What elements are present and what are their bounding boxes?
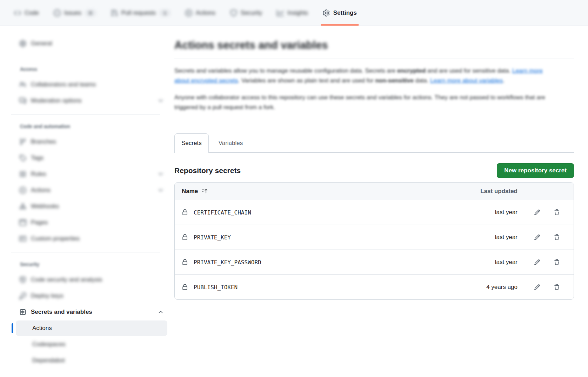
key-asterisk-icon <box>19 309 26 316</box>
webhook-icon <box>19 203 26 210</box>
settings-sidebar: General Access Collaborators and teams M… <box>11 26 167 374</box>
sidebar-subitem-label: Actions <box>32 325 52 332</box>
secret-last-updated: last year <box>458 259 517 266</box>
sidebar-item-label: Code security and analysis <box>31 276 102 283</box>
sidebar-subitem-label: Codespaces <box>32 341 66 348</box>
sidebar-item-label: Custom properties <box>31 235 80 242</box>
delete-secret-button[interactable] <box>550 206 563 219</box>
sidebar-subitem-dependabot[interactable]: Dependabot <box>16 353 167 368</box>
sidebar-section-code-and-automation: Code and automation <box>20 124 167 129</box>
gear-icon <box>19 40 26 47</box>
tab-secrets[interactable]: Secrets <box>174 133 209 153</box>
sort-ascending-icon <box>201 188 208 194</box>
column-header-name[interactable]: Name <box>182 188 458 195</box>
sidebar-divider <box>11 374 160 374</box>
secret-name: PRIVATE_KEY_PASSWORD <box>194 259 261 266</box>
title-divider <box>174 59 574 59</box>
sidebar-item-label: Pages <box>31 219 48 226</box>
sidebar-item-webhooks[interactable]: Webhooks <box>16 199 167 214</box>
table-row: PUBLISH_TOKEN 4 years ago <box>175 275 574 299</box>
sidebar-item-label: Deploy keys <box>31 292 64 299</box>
sidebar-item-label: Secrets and variables <box>31 309 92 316</box>
chevron-down-icon <box>158 187 164 193</box>
pencil-icon <box>534 209 540 216</box>
text-segment-bold: encrypted <box>397 67 426 74</box>
nav-tab-label: Security <box>241 9 262 16</box>
issues-count-badge: 8 <box>85 9 96 16</box>
lock-icon <box>182 234 188 241</box>
sidebar-section-security: Security <box>20 262 167 267</box>
nav-tab-insights[interactable]: Insights <box>271 0 314 26</box>
sidebar-item-code-security[interactable]: Code security and analysis <box>16 272 167 287</box>
sidebar-item-secrets-and-variables[interactable]: Secrets and variables <box>16 304 167 320</box>
sidebar-subitem-codespaces[interactable]: Codespaces <box>16 337 167 352</box>
pull-requests-count-badge: 1 <box>159 9 171 16</box>
graph-icon <box>277 9 284 16</box>
sidebar-subitem-label: Dependabot <box>32 357 65 364</box>
sidebar-item-pages[interactable]: Pages <box>16 215 167 230</box>
sidebar-item-custom-properties[interactable]: Custom properties <box>16 231 167 246</box>
text-segment: . <box>503 77 505 84</box>
sidebar-item-label: Collaborators and teams <box>31 81 96 88</box>
delete-secret-button[interactable] <box>550 256 563 269</box>
sidebar-item-general[interactable]: General <box>16 36 167 51</box>
sidebar-subitem-actions[interactable]: Actions <box>16 320 167 336</box>
sidebar-item-moderation-options[interactable]: Moderation options <box>16 93 167 108</box>
nav-tab-label: Issues <box>64 9 81 16</box>
chevron-down-icon <box>158 171 164 177</box>
table-row: PRIVATE_KEY last year <box>175 225 574 250</box>
nav-tab-code[interactable]: Code <box>8 0 45 26</box>
nav-tab-actions[interactable]: Actions <box>180 0 221 26</box>
repo-tab-bar: Code Issues 8 Pull requests 1 Actions Se… <box>0 0 588 26</box>
new-repository-secret-button[interactable]: New repository secret <box>497 163 574 178</box>
variables-link[interactable]: Learn more about variables <box>430 77 503 84</box>
table-header-row: Name Last updated <box>175 183 574 200</box>
browser-icon <box>19 219 26 226</box>
nav-tab-issues[interactable]: Issues 8 <box>48 0 102 26</box>
sidebar-divider <box>11 252 160 252</box>
sidebar-item-actions[interactable]: Actions <box>16 183 167 198</box>
edit-secret-button[interactable] <box>531 281 543 293</box>
trash-icon <box>554 234 560 240</box>
lock-icon <box>182 284 188 291</box>
trash-icon <box>554 209 560 216</box>
shield-icon <box>230 9 237 16</box>
nav-tab-security[interactable]: Security <box>225 0 268 26</box>
table-row: PRIVATE_KEY_PASSWORD last year <box>175 250 574 275</box>
tab-variables[interactable]: Variables <box>212 133 250 153</box>
git-branch-icon <box>19 138 26 145</box>
trash-icon <box>554 284 560 290</box>
settings-content: Actions secrets and variables Secrets an… <box>167 26 574 300</box>
sidebar-item-branches[interactable]: Branches <box>16 134 167 150</box>
edit-secret-button[interactable] <box>531 231 543 244</box>
nav-tab-pull-requests[interactable]: Pull requests 1 <box>105 0 176 26</box>
nav-tab-settings[interactable]: Settings <box>317 0 362 26</box>
edit-secret-button[interactable] <box>531 206 543 219</box>
table-row: CERTIFICATE_CHAIN last year <box>175 200 574 225</box>
trash-icon <box>554 259 560 265</box>
column-header-last-updated: Last updated <box>458 188 517 195</box>
code-icon <box>14 9 21 16</box>
nav-tab-label: Pull requests <box>121 9 156 16</box>
secret-last-updated: last year <box>458 209 517 216</box>
edit-secret-button[interactable] <box>531 256 543 269</box>
sidebar-item-tags[interactable]: Tags <box>16 150 167 166</box>
delete-secret-button[interactable] <box>550 231 563 244</box>
collaborator-note-paragraph: Anyone with collaborator access to this … <box>174 93 553 112</box>
pencil-icon <box>534 284 540 290</box>
tag-icon <box>19 154 26 161</box>
rules-icon <box>19 171 26 178</box>
repository-secrets-table: Name Last updated CERTIFICATE_CHAIN last… <box>174 182 574 300</box>
sidebar-item-label: Tags <box>31 154 44 161</box>
gear-icon <box>323 9 330 16</box>
people-icon <box>19 81 26 88</box>
secret-name: PUBLISH_TOKEN <box>194 284 238 291</box>
lock-icon <box>182 259 188 266</box>
sidebar-item-deploy-keys[interactable]: Deploy keys <box>16 288 167 304</box>
pencil-icon <box>534 259 540 265</box>
sidebar-item-rules[interactable]: Rules <box>16 166 167 182</box>
play-icon <box>19 187 26 194</box>
sidebar-item-collaborators[interactable]: Collaborators and teams <box>16 77 167 92</box>
note-icon <box>19 235 26 242</box>
delete-secret-button[interactable] <box>550 281 563 293</box>
